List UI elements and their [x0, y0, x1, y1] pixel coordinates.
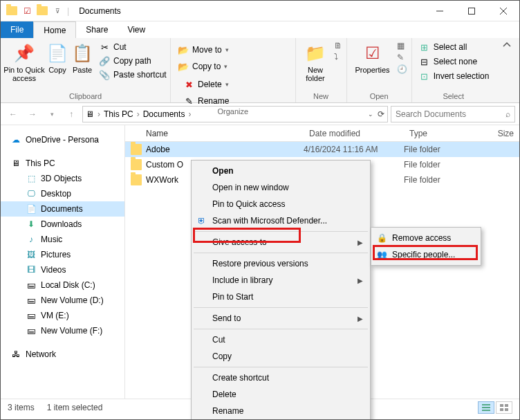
invert-icon: ⊡ — [419, 71, 430, 82]
window-title: Documents — [75, 6, 424, 16]
qat-dropdown-icon[interactable]: ⊽ — [52, 6, 63, 17]
ctx-open[interactable]: Open — [193, 163, 369, 179]
close-button[interactable] — [488, 1, 519, 21]
ctx-remove-access[interactable]: 🔒Remove access — [373, 230, 479, 246]
copy-path-button[interactable]: 🔗Copy path — [96, 55, 169, 67]
group-label-open: Open — [347, 92, 411, 102]
details-view-button[interactable] — [478, 401, 494, 414]
tab-view[interactable]: View — [118, 21, 155, 38]
tree-localdisk-c[interactable]: 🖴Local Disk (C:) — [1, 277, 124, 293]
open-icon[interactable]: ▦ — [397, 41, 407, 51]
copy-button[interactable]: 📄Copy — [46, 41, 68, 74]
invert-selection-button[interactable]: ⊡Invert selection — [416, 70, 492, 82]
maximize-button[interactable] — [456, 1, 488, 21]
tree-music[interactable]: ♪Music — [1, 232, 124, 247]
ctx-send-to[interactable]: Send to▶ — [193, 310, 369, 327]
nav-recent-button[interactable]: ▾ — [44, 106, 60, 122]
ctx-pin-quick[interactable]: Pin to Quick access — [193, 196, 369, 212]
tree-thispc[interactable]: 🖥This PC — [1, 156, 124, 171]
easyaccess-icon[interactable]: ⤵ — [334, 52, 342, 62]
nav-back-button[interactable]: ← — [5, 106, 21, 122]
collapse-ribbon-button[interactable] — [495, 38, 519, 102]
tab-file[interactable]: File — [1, 21, 33, 38]
newitem-icon[interactable]: 🗎 — [334, 41, 342, 51]
tree-videos[interactable]: 🎞Videos — [1, 262, 124, 277]
ctx-give-access[interactable]: Give access to▶ — [193, 234, 369, 250]
folder-icon — [131, 174, 142, 185]
header-date[interactable]: Date modified — [304, 129, 404, 138]
refresh-icon[interactable]: ⟳ — [378, 109, 384, 119]
downloads-icon: ⬇ — [26, 219, 37, 230]
breadcrumb-current[interactable]: Documents — [143, 109, 185, 119]
tree-onedrive[interactable]: ☁OneDrive - Persona — [1, 132, 124, 147]
ctx-include-library[interactable]: Include in library▶ — [193, 272, 369, 289]
ctx-open-new-window[interactable]: Open in new window — [193, 179, 369, 196]
file-row[interactable]: Adobe 4/16/2024 11:16 AM File folder — [125, 142, 519, 157]
tree-3dobjects[interactable]: ⬚3D Objects — [1, 171, 124, 186]
ctx-delete[interactable]: Delete — [193, 386, 369, 403]
folder-icon — [131, 144, 142, 155]
edit-icon[interactable]: ✎ — [397, 53, 407, 62]
tree-vm-e[interactable]: 🖴VM (E:) — [1, 308, 124, 323]
tab-share[interactable]: Share — [76, 21, 118, 38]
chevron-right-icon[interactable]: › — [186, 109, 193, 119]
header-size[interactable]: Size — [480, 129, 519, 138]
header-name[interactable]: Name — [125, 129, 304, 138]
tab-home[interactable]: Home — [33, 21, 76, 38]
ctx-rename[interactable]: Rename — [193, 403, 369, 419]
properties-qat-icon[interactable]: ☑ — [21, 6, 32, 17]
ctx-pin-start[interactable]: Pin to Start — [193, 289, 369, 305]
breadcrumb[interactable]: 🖥 › This PC › Documents › ⌄ ⟳ — [82, 106, 388, 122]
icons-view-button[interactable] — [496, 401, 512, 414]
tree-pictures[interactable]: 🖼Pictures — [1, 247, 124, 262]
pin-quick-access-button[interactable]: 📌Pin to Quick access — [5, 41, 44, 82]
ctx-specific-people[interactable]: 👥Specific people... — [373, 246, 479, 263]
group-label-select: Select — [412, 92, 495, 102]
properties-button[interactable]: ☑Properties — [351, 41, 394, 74]
paste-shortcut-button[interactable]: 📎Paste shortcut — [96, 69, 169, 81]
ctx-restore-versions[interactable]: Restore previous versions — [193, 255, 369, 272]
3d-icon: ⬚ — [26, 173, 37, 184]
svg-rect-10 — [505, 408, 508, 411]
address-dropdown-icon[interactable]: ⌄ — [368, 111, 373, 118]
cut-button[interactable]: ✂Cut — [96, 41, 169, 53]
ctx-defender[interactable]: ⛨Scan with Microsoft Defender... — [193, 212, 369, 229]
chevron-right-icon[interactable]: › — [135, 109, 142, 119]
select-all-button[interactable]: ⊞Select all — [416, 41, 492, 53]
ctx-cut[interactable]: Cut — [193, 331, 369, 348]
desktop-icon: 🖵 — [26, 188, 37, 199]
minimize-button[interactable] — [424, 1, 456, 21]
delete-button[interactable]: ✖Delete ▾ — [180, 78, 232, 91]
column-headers[interactable]: Name Date modified Type Size — [125, 125, 519, 142]
svg-rect-4 — [482, 404, 490, 405]
move-to-button[interactable]: 📂Move to ▾ — [175, 44, 232, 56]
folder-qat-icon[interactable] — [37, 6, 48, 17]
lock-icon: 🔒 — [376, 232, 387, 244]
svg-rect-5 — [482, 407, 490, 408]
tree-volume-d[interactable]: 🖴New Volume (D:) — [1, 293, 124, 308]
ctx-copy[interactable]: Copy — [193, 348, 369, 365]
drive-icon: 🖴 — [26, 295, 37, 306]
chevron-right-icon[interactable]: › — [95, 109, 102, 119]
select-none-button[interactable]: ⊟Select none — [416, 55, 492, 68]
tree-volume-f[interactable]: 🖴New Volume (F:) — [1, 323, 124, 338]
tree-downloads[interactable]: ⬇Downloads — [1, 217, 124, 232]
search-input[interactable]: Search Documents ⌕ — [391, 106, 515, 122]
tree-desktop[interactable]: 🖵Desktop — [1, 186, 124, 201]
copy-to-button[interactable]: 📂Copy to ▾ — [175, 60, 232, 73]
moveto-icon: 📂 — [178, 44, 189, 55]
breadcrumb-root[interactable]: This PC — [104, 109, 133, 119]
chevron-right-icon: ▶ — [358, 239, 363, 246]
svg-rect-7 — [500, 404, 503, 407]
paste-button[interactable]: 📋Paste — [71, 41, 93, 74]
navigation-pane[interactable]: ☁OneDrive - Persona 🖥This PC ⬚3D Objects… — [1, 125, 125, 399]
tree-network[interactable]: 🖧Network — [1, 347, 124, 362]
tree-documents[interactable]: 📄Documents — [1, 201, 124, 217]
new-folder-button[interactable]: 📁New folder — [300, 41, 331, 82]
ctx-create-shortcut[interactable]: Create shortcut — [193, 369, 369, 386]
folder-icon — [131, 159, 142, 170]
nav-forward-button[interactable]: → — [24, 106, 41, 122]
history-icon[interactable]: 🕘 — [397, 64, 407, 74]
header-type[interactable]: Type — [404, 129, 480, 138]
nav-up-button[interactable]: ↑ — [63, 106, 80, 122]
